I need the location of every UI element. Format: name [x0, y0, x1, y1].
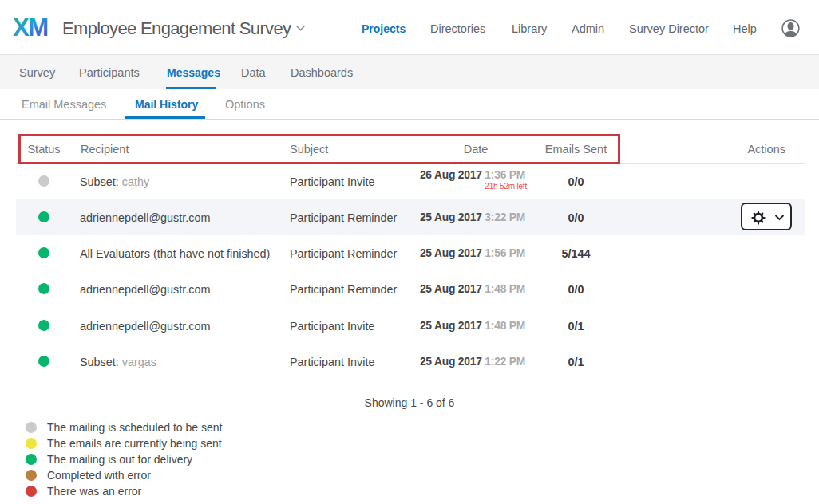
svg-text:XM: XM — [13, 16, 48, 38]
